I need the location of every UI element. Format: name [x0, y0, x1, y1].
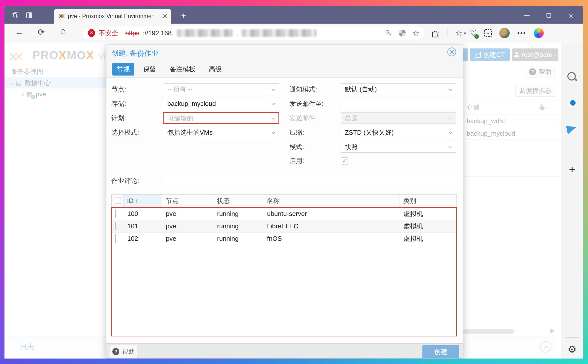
select-all-checkbox[interactable] [115, 198, 121, 204]
node-select[interactable]: -- 所有 -- [163, 83, 279, 95]
column-name[interactable]: 名称 [263, 195, 400, 207]
wallpaper-right [583, 0, 588, 364]
column-node[interactable]: 节点 [162, 195, 213, 207]
column-id[interactable]: ID↑ [124, 195, 162, 207]
url-separator: , [236, 29, 238, 37]
selection-mode-label: 选择模式: [111, 127, 139, 138]
dialog-title: 创建: 备份作业 [111, 48, 159, 58]
enable-checkbox[interactable] [341, 157, 348, 164]
desktop: ✕ ✕ pve - Proxmox Virtual Environmen + ←… [0, 0, 588, 364]
url-redacted-2 [242, 29, 316, 37]
vm-table-body-highlighted: 100 pve running ubuntu-server 虚拟机 101 pv… [111, 207, 457, 336]
url-scheme: https [125, 29, 139, 37]
screenshot-icon[interactable]: ✂ [484, 29, 492, 37]
browser-window: ✕ ✕ pve - Proxmox Virtual Environmen + ←… [4, 6, 583, 359]
create-backup-job-dialog: 创建: 备份作业 常规 保留 备注模板 高级 节点: -- 所有 -- 存储: [106, 44, 463, 359]
divider [122, 29, 122, 37]
divider [565, 153, 579, 153]
job-comment-label: 作业评论: [111, 175, 139, 186]
sidebar-add-icon[interactable]: + [567, 164, 577, 175]
row-checkbox[interactable] [115, 209, 116, 218]
browser-health-icon[interactable]: ♡ ✓ [470, 28, 477, 38]
column-type[interactable]: 类别 [400, 195, 456, 207]
workspaces-icon[interactable] [11, 12, 20, 19]
storage-label: 存储: [111, 98, 126, 109]
vm-table-header: ID↑ 节点 状态 名称 类别 [111, 194, 457, 207]
tab-close-icon[interactable] [162, 14, 167, 19]
row-checkbox[interactable] [115, 222, 116, 230]
vm-row-101[interactable]: 101 pve running LibreELEC 虚拟机 [112, 220, 456, 233]
back-button[interactable]: ← [14, 27, 25, 37]
wallpaper-top [0, 0, 588, 6]
sidebar-mail-send-icon[interactable] [566, 124, 578, 134]
schedule-label: 计划: [111, 112, 126, 124]
browser-tab[interactable]: ✕ ✕ pve - Proxmox Virtual Environmen [54, 9, 171, 24]
url-redacted-1 [177, 29, 233, 37]
dialog-footer: ? 帮助 创建 [106, 343, 463, 358]
profile-avatar[interactable] [499, 28, 510, 38]
vm-row-100[interactable]: 100 pve running ubuntu-server 虚拟机 [112, 208, 456, 220]
browser-toolbar: ← ⟳ ⌂ ✕ 不安全 https ://192.168. , ☆ [4, 24, 583, 43]
mode-select[interactable]: 快照 [341, 141, 456, 153]
send-email-select: 总是 [341, 112, 456, 124]
translate-icon[interactable] [399, 30, 406, 37]
insecure-label[interactable]: 不安全 [99, 29, 118, 38]
wallpaper-left [0, 0, 4, 364]
dialog-help-button[interactable]: ? 帮助 [110, 345, 137, 358]
tab-general[interactable]: 常规 [112, 63, 134, 76]
mode-label: 模式: [289, 141, 304, 153]
tab-title: pve - Proxmox Virtual Environmen [68, 13, 159, 20]
sidebar-settings-gear-icon[interactable]: ⚙ [567, 344, 577, 355]
proxmox-favicon: ✕ ✕ [58, 13, 65, 19]
favorite-star-icon[interactable]: ☆ [412, 29, 419, 37]
vm-row-102[interactable]: 102 pve running fnOS 虚拟机 [112, 233, 456, 245]
page-content: ✕✕ PROXMOX Virt 服务器视图 ▤ 数据中心 ▦ ✓ [4, 43, 561, 359]
send-email-to-input[interactable] [341, 98, 456, 109]
new-tab-button[interactable]: + [180, 12, 187, 20]
refresh-button[interactable]: ⟳ [36, 27, 47, 37]
selection-mode-select[interactable]: 包括选中的VMs [163, 127, 279, 138]
url-text: ://192.168. [143, 29, 173, 37]
divider [565, 337, 579, 338]
tab-retention[interactable]: 保留 [139, 63, 161, 76]
dialog-close-icon[interactable] [447, 47, 456, 56]
close-window-button[interactable] [568, 13, 574, 19]
maximize-button[interactable] [546, 13, 551, 18]
row-checkbox[interactable] [115, 234, 116, 243]
copilot-icon[interactable] [534, 28, 544, 38]
dialog-body: 节点: -- 所有 -- 存储: backup_mycloud 计划: 可编辑的… [106, 77, 463, 343]
divider [448, 29, 448, 37]
extensions-icon[interactable] [431, 29, 440, 38]
tab-advanced[interactable]: 高级 [204, 63, 226, 76]
tab-actions-icon[interactable] [25, 12, 33, 19]
storage-select[interactable]: backup_mycloud [163, 98, 279, 109]
send-email-label: 发送邮件: [289, 112, 317, 124]
question-icon: ? [112, 348, 119, 355]
notification-mode-label: 通知模式: [289, 83, 317, 95]
insecure-shield-icon[interactable]: ✕ [88, 29, 95, 37]
create-button[interactable]: 创建 [422, 345, 459, 359]
favorites-list-icon[interactable]: ☆ ≡ [455, 29, 462, 37]
node-label: 节点: [111, 83, 126, 95]
notification-mode-select[interactable]: 默认 (自动) [341, 83, 456, 95]
dialog-tabs: 常规 保留 备注模板 高级 [112, 63, 226, 76]
minimize-button[interactable] [524, 13, 530, 16]
wallpaper-bottom [0, 359, 588, 364]
schedule-select[interactable]: 可编辑的 [163, 112, 279, 124]
send-email-to-label: 发送邮件至: [289, 98, 323, 109]
edge-sidebar: + ⚙ [561, 43, 583, 359]
browser-titlebar: ✕ ✕ pve - Proxmox Virtual Environmen + [4, 6, 583, 24]
tab-note-template[interactable]: 备注模板 [165, 63, 200, 76]
job-comment-input[interactable] [163, 175, 456, 186]
home-button[interactable]: ⌂ [58, 26, 69, 36]
enable-label: 启用: [289, 155, 304, 166]
address-bar[interactable]: ✕ 不安全 https ://192.168. , ☆ [82, 26, 425, 40]
compression-select[interactable]: ZSTD (又快又好) [341, 127, 456, 138]
more-menu-icon[interactable]: ••• [517, 29, 526, 37]
compression-label: 压缩: [289, 127, 304, 138]
password-key-icon[interactable] [385, 29, 392, 37]
column-status[interactable]: 状态 [213, 195, 263, 207]
